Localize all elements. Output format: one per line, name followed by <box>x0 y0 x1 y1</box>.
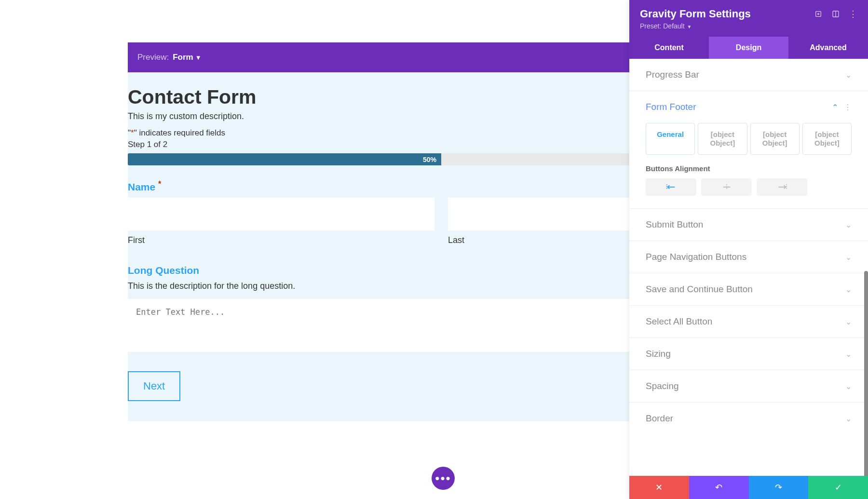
form-footer-content: General [object Object] [object Object] … <box>629 123 868 209</box>
action-bar: ✕ ↶ ↷ ✓ <box>629 476 868 499</box>
undo-button[interactable]: ↶ <box>689 476 749 499</box>
save-button[interactable]: ✓ <box>808 476 868 499</box>
subtab-2[interactable]: [object Object] <box>698 123 747 155</box>
svg-rect-0 <box>816 12 821 17</box>
tab-content[interactable]: Content <box>629 37 709 59</box>
caret-down-icon: ▼ <box>195 54 202 61</box>
section-save-continue[interactable]: Save and Continue Button ⌄ <box>629 273 868 306</box>
preview-value: Form <box>173 53 193 62</box>
responsive-preview-icon[interactable] <box>814 10 823 18</box>
section-spacing[interactable]: Spacing ⌄ <box>629 370 868 403</box>
first-name-col: First <box>128 198 434 245</box>
section-border[interactable]: Border ⌄ <box>629 403 868 428</box>
redo-icon: ↷ <box>775 482 782 493</box>
section-select-all[interactable]: Select All Button ⌄ <box>629 306 868 338</box>
chevron-down-icon: ⌄ <box>845 220 852 229</box>
align-left-button[interactable] <box>646 178 696 196</box>
chevron-up-icon: ⌃ <box>832 103 838 112</box>
chevron-down-icon: ⌄ <box>845 414 852 423</box>
caret-down-icon: ▼ <box>686 24 692 29</box>
progress-percent: 50% <box>423 156 436 163</box>
redo-button[interactable]: ↷ <box>749 476 809 499</box>
expand-panel-icon[interactable] <box>831 10 840 18</box>
chevron-down-icon: ⌄ <box>845 285 852 294</box>
align-center-button[interactable] <box>701 178 752 196</box>
required-star-icon: * <box>158 180 161 188</box>
progress-fill: 50% <box>128 153 441 165</box>
section-options-icon[interactable]: ⋮ <box>844 103 852 112</box>
chevron-down-icon: ⌄ <box>845 317 852 326</box>
chevron-down-icon: ⌄ <box>845 253 852 262</box>
cancel-button[interactable]: ✕ <box>629 476 689 499</box>
tab-design[interactable]: Design <box>709 37 788 59</box>
panel-header: Gravity Form Settings Preset: Default ▼ … <box>629 0 868 37</box>
alignment-options <box>646 178 852 196</box>
panel-body[interactable]: Progress Bar ⌄ Form Footer ⌃ ⋮ General [… <box>629 59 868 476</box>
svg-point-1 <box>818 13 819 15</box>
subtab-4[interactable]: [object Object] <box>802 123 852 155</box>
chevron-down-icon: ⌄ <box>845 70 852 80</box>
buttons-alignment-label: Buttons Alignment <box>646 164 852 173</box>
chevron-down-icon: ⌄ <box>845 382 852 391</box>
section-progress-bar[interactable]: Progress Bar ⌄ <box>629 59 868 91</box>
undo-icon: ↶ <box>715 482 722 493</box>
subtab-3[interactable]: [object Object] <box>750 123 800 155</box>
close-icon: ✕ <box>655 482 663 493</box>
panel-title: Gravity Form Settings <box>640 8 814 20</box>
first-name-label: First <box>128 235 434 245</box>
scrollbar-thumb[interactable] <box>864 271 868 476</box>
settings-panel: Gravity Form Settings Preset: Default ▼ … <box>629 0 868 499</box>
dots-icon: ••• <box>435 471 451 486</box>
section-sizing[interactable]: Sizing ⌄ <box>629 338 868 370</box>
preset-dropdown[interactable]: Preset: Default ▼ <box>640 22 814 30</box>
panel-tabs: Content Design Advanced <box>629 37 868 59</box>
section-form-footer[interactable]: Form Footer ⌃ ⋮ <box>629 91 868 123</box>
preview-label: Preview: <box>137 53 169 62</box>
subtab-general[interactable]: General <box>646 123 695 155</box>
floating-actions-button[interactable]: ••• <box>432 467 455 490</box>
next-button[interactable]: Next <box>128 371 180 401</box>
section-page-navigation[interactable]: Page Navigation Buttons ⌄ <box>629 241 868 273</box>
section-submit-button[interactable]: Submit Button ⌄ <box>629 209 868 241</box>
align-right-button[interactable] <box>757 178 807 196</box>
form-footer-subtabs: General [object Object] [object Object] … <box>646 123 852 155</box>
check-icon: ✓ <box>835 482 842 493</box>
first-name-input[interactable] <box>128 198 434 230</box>
tab-advanced[interactable]: Advanced <box>788 37 868 59</box>
chevron-down-icon: ⌄ <box>845 350 852 359</box>
more-options-icon[interactable]: ⋮ <box>849 10 857 18</box>
